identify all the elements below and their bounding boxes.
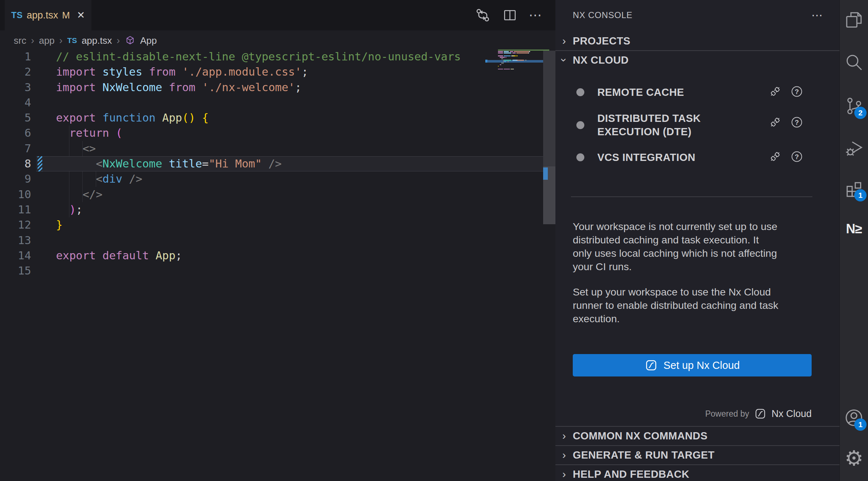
code-line[interactable]: 12} [0, 217, 543, 233]
breadcrumb-file[interactable]: app.tsx [82, 35, 112, 46]
section-common-nx-commands[interactable]: › COMMON NX COMMANDS [555, 426, 839, 445]
code-text[interactable]: ); [56, 202, 82, 217]
code-line[interactable]: 3import NxWelcome from './nx-welcome'; [0, 80, 543, 95]
line-number[interactable]: 14 [0, 248, 31, 263]
account-badge: 1 [854, 418, 867, 431]
code-text[interactable]: <div /> [56, 171, 142, 187]
code-line[interactable]: 1// eslint-disable-next-line @typescript… [0, 49, 543, 64]
tab-bar: TS app.tsx M ✕ ⋯ [0, 0, 555, 30]
connect-plug-icon[interactable] [769, 85, 782, 99]
code-line[interactable]: 2import styles from './app.module.css'; [0, 64, 543, 80]
run-debug-tab[interactable] [842, 137, 866, 161]
code-line[interactable]: 4 [0, 95, 543, 110]
code-text[interactable]: export function App() { [56, 110, 209, 125]
line-number[interactable]: 9 [0, 171, 31, 187]
code-line[interactable]: 9 <div /> [0, 171, 543, 187]
code-line[interactable]: 7 <> [0, 141, 543, 156]
help-icon[interactable]: ? [790, 150, 803, 165]
line-number[interactable]: 1 [0, 49, 31, 64]
breadcrumb-src[interactable]: src [14, 35, 26, 46]
line-number[interactable]: 7 [0, 141, 31, 156]
line-number[interactable]: 12 [0, 217, 31, 233]
code-text[interactable]: export default App; [56, 248, 182, 263]
code-line[interactable]: 11 ); [0, 202, 543, 217]
connect-plug-icon[interactable] [769, 150, 782, 165]
line-number[interactable]: 8 [0, 156, 31, 171]
minimap[interactable] [485, 47, 543, 90]
code-text[interactable]: import styles from './app.module.css'; [56, 64, 308, 80]
code-line[interactable]: 15 [0, 263, 543, 278]
line-number[interactable]: 6 [0, 125, 31, 141]
nx-cloud-brand[interactable]: Nx Cloud [772, 408, 812, 420]
code-text[interactable]: import NxWelcome from './nx-welcome'; [56, 80, 301, 95]
code-line[interactable]: 6 return ( [0, 125, 543, 141]
minimap-line [498, 61, 509, 62]
close-icon[interactable]: ✕ [77, 9, 85, 21]
panel-header: NX CONSOLE ⋯ [555, 0, 839, 30]
breadcrumb-symbol[interactable]: App [140, 35, 157, 46]
section-generate-run-target[interactable]: › GENERATE & RUN TARGET [555, 445, 839, 464]
minimap-line [498, 63, 504, 64]
code-line[interactable]: 10 </> [0, 187, 543, 202]
line-number[interactable]: 11 [0, 202, 31, 217]
accounts-button[interactable]: 1 [842, 406, 866, 430]
editor-pane: TS app.tsx M ✕ ⋯ [0, 0, 555, 481]
search-tab[interactable] [842, 51, 866, 75]
code-text[interactable]: } [56, 217, 63, 233]
help-icon[interactable]: ? [790, 116, 803, 130]
code-line[interactable]: 13 [0, 233, 543, 248]
line-number[interactable]: 15 [0, 263, 31, 278]
code-text[interactable]: <> [56, 141, 96, 156]
gutter-decoration [38, 64, 42, 80]
svg-text:?: ? [795, 153, 799, 161]
modified-badge: M [62, 10, 70, 21]
code-line[interactable]: 5export function App() { [0, 110, 543, 125]
line-number[interactable]: 2 [0, 64, 31, 80]
line-number[interactable]: 4 [0, 95, 31, 110]
split-editor-icon[interactable] [502, 7, 518, 23]
section-help-and-feedback[interactable]: › HELP AND FEEDBACK [555, 464, 839, 481]
editor-scrollbar[interactable] [543, 51, 555, 224]
section-projects[interactable]: › PROJECTS [555, 32, 839, 50]
code-line[interactable]: 14export default App; [0, 248, 543, 263]
cloud-item-dte[interactable]: DISTRIBUTED TASKEXECUTION (DTE) ? [555, 108, 839, 142]
more-actions-icon[interactable]: ⋯ [811, 9, 823, 21]
code-text[interactable]: return ( [56, 125, 123, 141]
explorer-tab[interactable] [842, 9, 866, 33]
scrollbar-slider[interactable] [543, 51, 555, 166]
cloud-item-vcs[interactable]: VCS INTEGRATION ? [555, 148, 839, 167]
extensions-tab[interactable]: 1 [842, 177, 866, 201]
gutter-decoration [38, 110, 42, 125]
gutter-decoration [38, 49, 42, 64]
help-icon[interactable]: ? [790, 85, 803, 99]
line-number[interactable]: 10 [0, 187, 31, 202]
debug-icon [844, 138, 864, 160]
line-number[interactable]: 3 [0, 80, 31, 95]
code-text[interactable]: // eslint-disable-next-line @typescript-… [56, 49, 461, 64]
minimap-line [498, 64, 501, 65]
open-changes-icon[interactable] [474, 7, 491, 24]
section-label: COMMON NX COMMANDS [573, 430, 708, 442]
settings-button[interactable]: ⚙ [842, 446, 866, 470]
tab-app-tsx[interactable]: TS app.tsx M ✕ [5, 0, 91, 30]
section-label: GENERATE & RUN TARGET [573, 449, 714, 461]
code-text[interactable]: </> [56, 187, 103, 202]
cloud-item-label: REMOTE CACHE [597, 86, 727, 99]
setup-nx-cloud-button[interactable]: Set up Nx Cloud [573, 354, 812, 376]
code-line[interactable]: 8 <NxWelcome title="Hi Mom" /> [0, 156, 543, 171]
breadcrumb-app[interactable]: app [39, 35, 55, 46]
more-actions-icon[interactable]: ⋯ [529, 9, 542, 22]
nx-console-tab[interactable]: N≥ [842, 217, 866, 241]
chevron-right-icon: › [559, 450, 569, 460]
line-number[interactable]: 13 [0, 233, 31, 248]
cloud-item-remote-cache[interactable]: REMOTE CACHE ? [555, 82, 839, 102]
activity-bar: 2 1 N≥ [839, 0, 868, 481]
line-number[interactable]: 5 [0, 110, 31, 125]
source-control-tab[interactable]: 2 [842, 95, 866, 119]
symbol-class-icon [125, 35, 136, 46]
chevron-right-icon: › [559, 469, 569, 480]
code-text[interactable]: <NxWelcome title="Hi Mom" /> [56, 156, 282, 171]
code-editor[interactable]: 1// eslint-disable-next-line @typescript… [0, 49, 543, 481]
connect-plug-icon[interactable] [769, 116, 782, 130]
section-nx-cloud[interactable]: › NX CLOUD [555, 51, 839, 69]
